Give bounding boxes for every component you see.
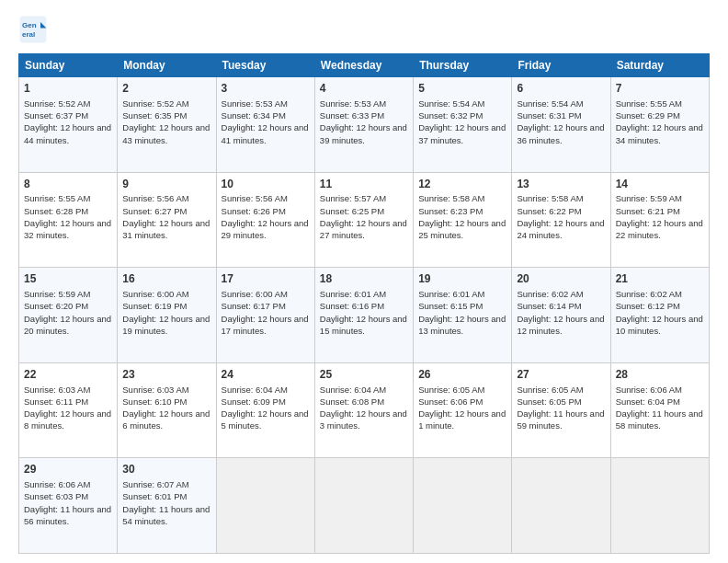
- sunset: Sunset: 6:15 PM: [418, 301, 483, 311]
- header-thursday: Thursday: [414, 54, 512, 77]
- sunset: Sunset: 6:17 PM: [222, 301, 286, 311]
- day-number: 13: [517, 177, 605, 192]
- calendar-cell: 18Sunrise: 6:01 AMSunset: 6:16 PMDayligh…: [314, 268, 413, 363]
- logo-icon: Gen eral: [18, 15, 48, 44]
- sunset: Sunset: 6:05 PM: [517, 396, 581, 407]
- page: Gen eral SundayMondayTuesdayWednesdayThu…: [0, 0, 728, 563]
- day-number: 7: [616, 81, 704, 97]
- day-number: 1: [24, 81, 112, 97]
- calendar-cell: 6Sunrise: 5:54 AMSunset: 6:31 PMDaylight…: [512, 77, 610, 173]
- sunset: Sunset: 6:01 PM: [122, 491, 187, 501]
- daylight: Daylight: 12 hours and 36 minutes.: [517, 122, 604, 144]
- day-number: 22: [24, 367, 112, 383]
- sunset: Sunset: 6:34 PM: [222, 110, 286, 121]
- calendar-cell: 29Sunrise: 6:06 AMSunset: 6:03 PMDayligh…: [19, 458, 118, 554]
- sunset: Sunset: 6:06 PM: [418, 396, 483, 407]
- day-number: 2: [122, 81, 210, 97]
- daylight: Daylight: 11 hours and 58 minutes.: [616, 408, 703, 431]
- sunset: Sunset: 6:26 PM: [222, 206, 286, 216]
- sunrise: Sunrise: 5:52 AM: [122, 98, 188, 109]
- daylight: Daylight: 12 hours and 8 minutes.: [24, 408, 111, 431]
- day-number: 27: [517, 367, 605, 383]
- daylight: Daylight: 12 hours and 41 minutes.: [222, 122, 309, 144]
- calendar-cell: 27Sunrise: 6:05 AMSunset: 6:05 PMDayligh…: [512, 362, 610, 458]
- header-friday: Friday: [512, 54, 610, 77]
- daylight: Daylight: 12 hours and 6 minutes.: [122, 408, 210, 431]
- sunrise: Sunrise: 6:04 AM: [320, 385, 386, 395]
- day-number: 12: [418, 177, 506, 192]
- sunset: Sunset: 6:03 PM: [24, 491, 88, 501]
- calendar-cell: 17Sunrise: 6:00 AMSunset: 6:17 PMDayligh…: [216, 268, 314, 363]
- calendar-cell: 14Sunrise: 5:59 AMSunset: 6:21 PMDayligh…: [610, 172, 709, 268]
- calendar-cell: 16Sunrise: 6:00 AMSunset: 6:19 PMDayligh…: [118, 268, 216, 363]
- calendar-cell: [610, 458, 709, 554]
- sunset: Sunset: 6:23 PM: [418, 206, 483, 216]
- sunrise: Sunrise: 6:05 AM: [517, 385, 583, 395]
- week-row-2: 8Sunrise: 5:55 AMSunset: 6:28 PMDaylight…: [19, 172, 710, 268]
- logo: Gen eral: [18, 15, 53, 44]
- day-number: 24: [222, 367, 310, 383]
- sunrise: Sunrise: 5:55 AM: [24, 193, 90, 203]
- sunrise: Sunrise: 6:03 AM: [122, 385, 188, 395]
- calendar-cell: 12Sunrise: 5:58 AMSunset: 6:23 PMDayligh…: [414, 172, 512, 268]
- sunrise: Sunrise: 6:01 AM: [418, 289, 484, 299]
- daylight: Daylight: 11 hours and 56 minutes.: [24, 504, 111, 526]
- sunset: Sunset: 6:32 PM: [418, 110, 483, 121]
- sunset: Sunset: 6:25 PM: [320, 206, 384, 216]
- daylight: Daylight: 12 hours and 22 minutes.: [616, 218, 703, 240]
- sunset: Sunset: 6:12 PM: [616, 301, 680, 311]
- svg-text:Gen: Gen: [22, 21, 37, 29]
- calendar-cell: 28Sunrise: 6:06 AMSunset: 6:04 PMDayligh…: [610, 362, 709, 458]
- sunrise: Sunrise: 5:57 AM: [320, 193, 386, 203]
- calendar-cell: 4Sunrise: 5:53 AMSunset: 6:33 PMDaylight…: [314, 77, 413, 173]
- sunset: Sunset: 6:20 PM: [24, 301, 88, 311]
- day-number: 16: [122, 271, 210, 287]
- calendar-cell: 10Sunrise: 5:56 AMSunset: 6:26 PMDayligh…: [216, 172, 314, 268]
- sunrise: Sunrise: 5:56 AM: [122, 193, 188, 203]
- sunset: Sunset: 6:37 PM: [24, 110, 88, 121]
- day-number: 14: [616, 177, 704, 192]
- sunrise: Sunrise: 5:58 AM: [418, 193, 484, 203]
- calendar-cell: 7Sunrise: 5:55 AMSunset: 6:29 PMDaylight…: [610, 77, 709, 173]
- sunrise: Sunrise: 5:59 AM: [616, 193, 682, 203]
- header-row: SundayMondayTuesdayWednesdayThursdayFrid…: [19, 54, 710, 77]
- week-row-5: 29Sunrise: 6:06 AMSunset: 6:03 PMDayligh…: [19, 458, 710, 554]
- daylight: Daylight: 12 hours and 5 minutes.: [222, 408, 309, 431]
- daylight: Daylight: 12 hours and 12 minutes.: [517, 314, 604, 336]
- sunrise: Sunrise: 5:54 AM: [418, 98, 484, 109]
- sunset: Sunset: 6:14 PM: [517, 301, 581, 311]
- sunset: Sunset: 6:10 PM: [122, 396, 187, 407]
- header: Gen eral: [18, 15, 710, 44]
- sunset: Sunset: 6:28 PM: [24, 206, 88, 216]
- sunset: Sunset: 6:35 PM: [122, 110, 187, 121]
- daylight: Daylight: 12 hours and 25 minutes.: [418, 218, 506, 240]
- sunset: Sunset: 6:11 PM: [24, 396, 88, 407]
- daylight: Daylight: 12 hours and 10 minutes.: [616, 314, 703, 336]
- daylight: Daylight: 12 hours and 13 minutes.: [418, 314, 506, 336]
- sunrise: Sunrise: 5:54 AM: [517, 98, 583, 109]
- sunset: Sunset: 6:08 PM: [320, 396, 384, 407]
- day-number: 21: [616, 271, 704, 287]
- sunrise: Sunrise: 6:00 AM: [122, 289, 188, 299]
- sunrise: Sunrise: 6:01 AM: [320, 289, 386, 299]
- calendar-cell: 11Sunrise: 5:57 AMSunset: 6:25 PMDayligh…: [314, 172, 413, 268]
- calendar-cell: [512, 458, 610, 554]
- daylight: Daylight: 12 hours and 39 minutes.: [320, 122, 407, 144]
- sunset: Sunset: 6:29 PM: [616, 110, 680, 121]
- week-row-1: 1Sunrise: 5:52 AMSunset: 6:37 PMDaylight…: [19, 77, 710, 173]
- calendar-cell: [216, 458, 314, 554]
- calendar-cell: 20Sunrise: 6:02 AMSunset: 6:14 PMDayligh…: [512, 268, 610, 363]
- day-number: 6: [517, 81, 605, 97]
- daylight: Daylight: 12 hours and 19 minutes.: [122, 314, 210, 336]
- day-number: 3: [222, 81, 310, 97]
- daylight: Daylight: 12 hours and 27 minutes.: [320, 218, 407, 240]
- calendar-cell: 5Sunrise: 5:54 AMSunset: 6:32 PMDaylight…: [414, 77, 512, 173]
- svg-text:eral: eral: [22, 30, 35, 39]
- header-wednesday: Wednesday: [314, 54, 413, 77]
- sunrise: Sunrise: 5:53 AM: [222, 98, 288, 109]
- day-number: 11: [320, 177, 408, 192]
- daylight: Daylight: 11 hours and 59 minutes.: [517, 408, 604, 431]
- day-number: 25: [320, 367, 408, 383]
- sunset: Sunset: 6:22 PM: [517, 206, 581, 216]
- daylight: Daylight: 12 hours and 3 minutes.: [320, 408, 407, 431]
